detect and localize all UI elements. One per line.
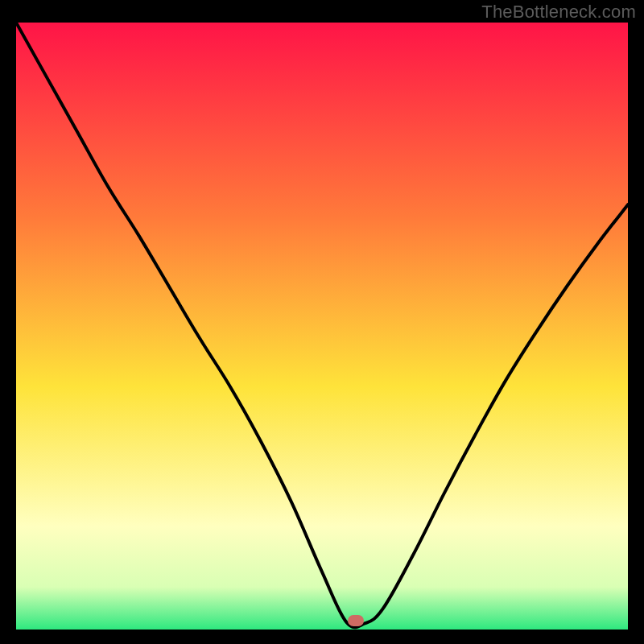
watermark-label: TheBottleneck.com — [481, 2, 636, 23]
svg-rect-0 — [16, 23, 628, 630]
plot-area — [16, 23, 628, 630]
chart-stage: TheBottleneck.com — [0, 0, 644, 644]
minimum-marker — [348, 615, 364, 626]
bottleneck-curve-chart — [16, 23, 628, 630]
